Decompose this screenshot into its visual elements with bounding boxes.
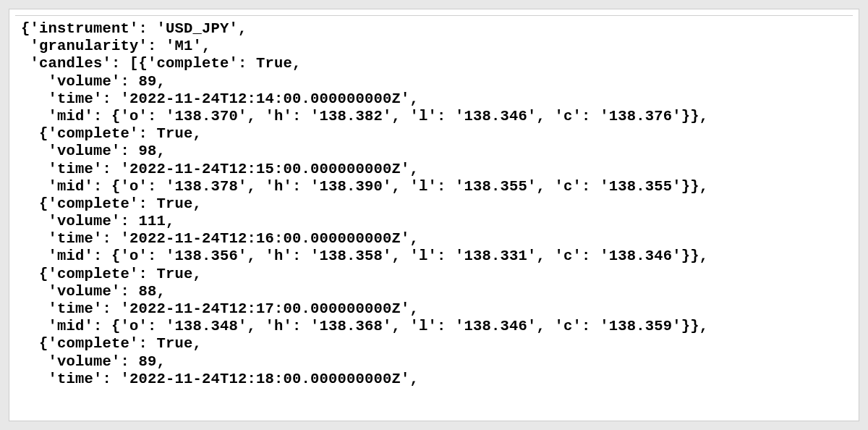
- output-frame: {'instrument': 'USD_JPY', 'granularity':…: [9, 9, 859, 421]
- code-output: {'instrument': 'USD_JPY', 'granularity':…: [15, 15, 853, 415]
